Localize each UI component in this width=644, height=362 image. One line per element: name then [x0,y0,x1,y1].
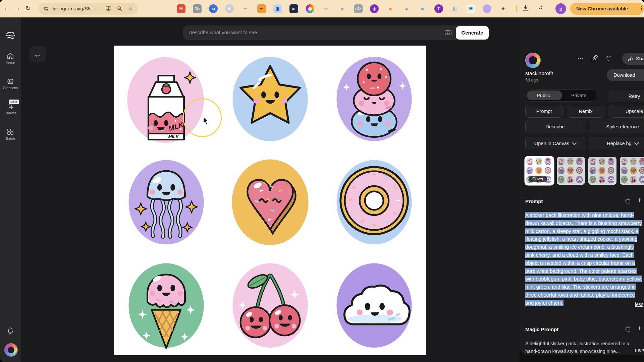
bookmark-star-icon[interactable]: ☆ [128,5,133,12]
send-to-device-icon[interactable] [106,6,111,13]
browser-menu-icon[interactable]: ⋮ [639,5,644,12]
open-in-canvas-label: Open in Canvas [534,141,569,146]
chrome-update-button[interactable]: New Chrome available [570,3,644,15]
replace-bg-button[interactable]: Replace bg [589,137,644,150]
bars-chart-extension-icon[interactable]: ||| [450,4,459,13]
style-reference-button[interactable]: Style reference [589,120,644,133]
cover-badge: Cover [529,176,547,182]
download-button[interactable]: Download [607,69,644,81]
link-extension-icon[interactable]: ∞ [338,4,346,13]
share-label: Share [636,56,644,61]
extensions-puzzle-icon[interactable]: ❖ [499,4,507,13]
retry-button[interactable]: Retry [609,90,644,102]
notifications-bell-icon[interactable] [0,326,21,336]
toggle-option-private[interactable]: Private [571,93,586,98]
like-heart-icon[interactable]: ♡ [606,55,612,63]
sidebar-item-creations[interactable]: Creations [0,77,21,90]
site-settings-icon[interactable] [43,6,49,13]
browser-back-icon[interactable]: ← [3,4,10,12]
more-options-icon[interactable]: ⋯ [577,55,583,62]
pin-icon[interactable] [592,54,598,62]
generation-thumbnail-3[interactable]: MLK MILK [588,157,616,185]
sidebar-item-label: Home [0,61,21,65]
sticker-mochi-stack [638,157,644,166]
purple-pen-extension-icon[interactable]: ✒ [241,4,250,13]
sticker-cloud [606,175,615,184]
creations-icon [0,77,21,85]
sticker-doughnut [543,166,552,175]
replace-bg-label: Replace bg [607,141,631,146]
browser-profile-avatar[interactable]: p [555,3,566,14]
sticker-grid: MLK MILK [557,157,585,184]
image-fist-extension-icon[interactable]: ▣ [273,4,282,13]
user-avatar[interactable] [4,343,18,357]
generation-thumbnail-4[interactable]: MLK MILK [620,157,644,185]
browser-toolbar: ← → ↻ ideogram.ai/g/S5... ☆ ☰1bıaK✒✒▣▶✏∞… [0,0,644,17]
browser-forward-icon[interactable]: → [14,4,20,12]
creator-avatar[interactable] [525,53,541,68]
describe-button[interactable]: Describe [525,120,585,133]
camera-icon[interactable] [444,29,452,38]
sidebar-item-home[interactable]: Home [0,52,21,65]
play-flag-extension-icon[interactable]: ▶ [289,4,298,13]
ideogram-logo-icon[interactable] [0,30,21,41]
prompt-input[interactable]: Describe what you want to see Generate [183,25,489,40]
toggle-option-public[interactable]: Public [537,93,550,98]
prompt-collapse-link[interactable]: less [635,302,643,307]
sticker-doughnut [575,166,584,175]
address-bar[interactable]: ideogram.ai/g/S5... ☆ [39,3,138,15]
sticker-strawberry-milk-carton: MLK MILK [588,157,597,166]
sticker-jellyfish [588,166,597,175]
back-button[interactable]: ← [30,46,46,62]
share-button[interactable]: Share [622,53,644,65]
media-playlist-icon[interactable]: ♬ [538,3,544,11]
svg-text:MLK: MLK [530,163,532,164]
open-in-canvas-button[interactable]: Open in Canvas [525,137,585,150]
prompt-button[interactable]: Prompt [525,105,563,118]
ia-blue-extension-icon[interactable]: ıa [209,4,218,13]
canvas-crop-icon: Beta [0,102,21,110]
m-letter-extension-icon[interactable]: M [467,4,475,13]
sidebar-item-canvas[interactable]: Beta Canvas [0,102,21,115]
remix-button[interactable]: Remix [567,105,604,118]
sticker-star [629,157,638,166]
purple-eye-extension-icon[interactable]: ◉ [370,4,379,13]
sticker-cherries [221,254,320,353]
k-extension-icon[interactable]: K [225,4,234,13]
creator-username[interactable]: stackinprofit [525,70,553,76]
stacked-chevrons-extension-icon[interactable]: ≋ [402,4,411,13]
t-purple-extension-icon[interactable]: T [434,4,443,13]
generation-thumbnail-1[interactable]: MLK MILK [525,157,553,185]
zoom-out-icon[interactable] [117,6,122,13]
sidebar-item-batch[interactable]: Batch [0,128,21,140]
red-pencil-extension-icon[interactable]: ✏ [322,4,330,13]
add-prompt-icon[interactable]: + [638,196,642,204]
onetab-extension-icon[interactable]: 1b [193,4,202,13]
sticker-heart-cookie [221,151,320,250]
bluesky-butterfly-extension-icon[interactable]: ⋈ [418,4,427,13]
ink-brush-extension-icon[interactable]: ✒ [257,4,266,13]
sidebar-item-label: Batch [0,136,21,140]
generate-button[interactable]: Generate [456,26,489,40]
generation-thumbnail-2[interactable]: MLK MILK [557,157,585,185]
magic-prompt-expand-link[interactable]: more [635,347,644,353]
visibility-toggle[interactable]: Public Private [525,89,598,102]
copy-magic-prompt-icon[interactable] [625,326,631,333]
colorful-ring-extension-icon[interactable] [306,4,314,13]
magic-prompt-section-title: Magic Prompt [525,326,558,332]
generated-image[interactable]: MLK MILK [114,46,426,355]
downloads-icon[interactable] [522,4,529,13]
browser-reload-icon[interactable]: ↻ [25,4,31,12]
todoist-extension-icon[interactable]: ☰ [177,4,185,13]
sticker-star [566,157,575,166]
detail-panel: ⋯ ♡ Share stackinprofit 5d ago Download … [520,17,644,355]
code-extension-icon[interactable]: </> [354,4,363,13]
prompt-text[interactable]: A sticker pack illustration with nine un… [525,211,642,307]
upscale-button[interactable]: Upscale [609,105,644,118]
home-icon [0,52,21,60]
copy-prompt-icon[interactable] [625,198,631,205]
ghost-extension-icon[interactable] [483,4,491,13]
svg-text:MLK: MLK [593,163,595,164]
add-magic-prompt-icon[interactable]: + [638,324,642,332]
metamask-fox-extension-icon[interactable]: ◆ [386,4,395,13]
